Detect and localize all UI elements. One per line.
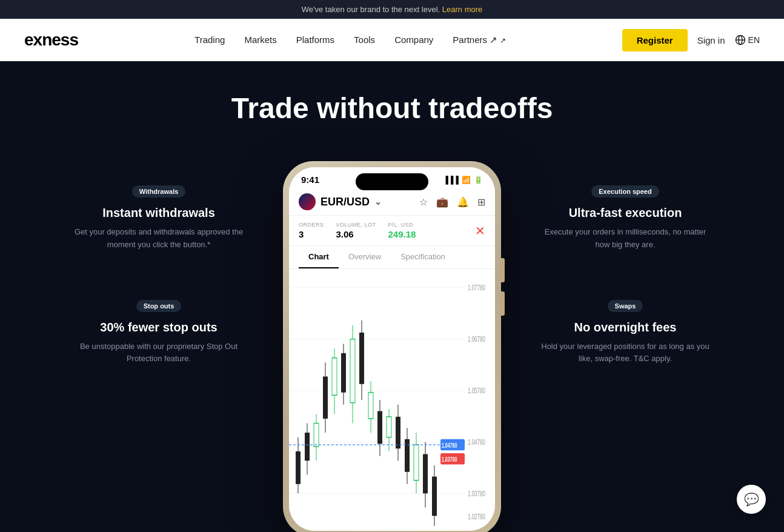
svg-rect-35: [387, 417, 391, 437]
phone-side-btn-bottom: [501, 291, 505, 316]
svg-text:1.04780: 1.04780: [442, 442, 457, 449]
feature-stop-outs: Stop outs 30% fewer stop outs Be unstopp…: [71, 300, 247, 366]
tab-overview[interactable]: Overview: [339, 246, 391, 268]
svg-rect-41: [414, 445, 419, 480]
orders-value: 3: [299, 229, 324, 239]
phone-status-icons: ▐▐▐ 📶 🔋: [443, 176, 483, 184]
battery-icon: 🔋: [474, 176, 483, 184]
swaps-desc: Hold your leveraged positions for as lon…: [537, 341, 713, 366]
close-button[interactable]: ✕: [475, 222, 485, 239]
phone-notch: [356, 173, 428, 190]
candlestick-chart: 1.07780 1.06780 1.05780 1.04780 1.03780 …: [289, 269, 495, 531]
navbar: exness Trading Markets Platforms Tools C…: [0, 19, 784, 61]
swaps-title: No overnight fees: [574, 321, 677, 334]
wifi-icon: 📶: [462, 176, 471, 184]
stopouts-desc: Be unstoppable with our proprietary Stop…: [71, 341, 247, 366]
execution-title: Ultra-fast execution: [569, 206, 682, 220]
svg-rect-45: [432, 477, 437, 516]
svg-rect-17: [305, 433, 310, 461]
svg-text:1.03780: 1.03780: [442, 456, 457, 463]
chart-tabs: Chart Overview Specification: [289, 246, 495, 269]
execution-badge: Execution speed: [591, 185, 659, 198]
nav-platforms[interactable]: Platforms: [296, 35, 334, 45]
swaps-badge: Swaps: [608, 300, 643, 312]
briefcase-icon[interactable]: 💼: [436, 196, 448, 208]
chat-icon: 💬: [744, 492, 759, 507]
currency-caret: ⌄: [374, 197, 382, 207]
nav-company[interactable]: Company: [394, 35, 433, 45]
nav-partners[interactable]: Partners ↗: [453, 35, 505, 45]
hero-title: Trade without tradeoffs: [231, 91, 553, 125]
stopouts-title: 30% fewer stop outs: [100, 321, 217, 334]
currency-label: EUR/USD: [321, 196, 370, 208]
feature-withdrawals: Withdrawals Instant withdrawals Get your…: [71, 185, 247, 251]
withdrawals-desc: Get your deposits and withdrawals approv…: [71, 226, 247, 251]
logo[interactable]: exness: [24, 30, 78, 50]
banner-link[interactable]: Learn more: [442, 5, 482, 14]
svg-rect-19: [314, 424, 319, 447]
nav-links: Trading Markets Platforms Tools Company …: [194, 35, 505, 45]
signin-button[interactable]: Sign in: [697, 35, 725, 45]
execution-desc: Execute your orders in milliseconds, no …: [537, 226, 713, 251]
chat-bubble[interactable]: 💬: [737, 485, 766, 514]
grid-icon[interactable]: ⊞: [477, 196, 485, 208]
tab-chart[interactable]: Chart: [299, 246, 339, 268]
svg-text:1.02780: 1.02780: [468, 513, 485, 521]
nav-markets[interactable]: Markets: [244, 35, 276, 45]
svg-rect-27: [350, 339, 355, 403]
volume-item: VOLUME, LOT 3.06: [336, 222, 376, 239]
withdrawals-title: Instant withdrawals: [102, 206, 215, 220]
svg-text:1.04780: 1.04780: [468, 438, 485, 446]
svg-text:1.03780: 1.03780: [468, 490, 485, 497]
phone-header-icons: ☆ 💼 🔔 ⊞: [419, 196, 485, 208]
banner-text: We've taken our brand to the next level.: [302, 5, 440, 14]
lang-label: EN: [748, 35, 760, 45]
withdrawals-badge: Withdrawals: [132, 185, 186, 198]
volume-value: 3.06: [336, 229, 376, 239]
svg-rect-43: [423, 454, 428, 493]
currency-flag: [299, 193, 316, 210]
chart-area: 1.07780 1.06780 1.05780 1.04780 1.03780 …: [289, 269, 495, 531]
orders-item: ORDERS 3: [299, 222, 324, 239]
nav-tools[interactable]: Tools: [354, 35, 375, 45]
currency-pair: EUR/USD ⌄: [299, 193, 382, 210]
svg-rect-15: [296, 451, 301, 484]
register-button[interactable]: Register: [622, 29, 688, 52]
volume-label: VOLUME, LOT: [336, 222, 376, 228]
svg-rect-39: [405, 439, 410, 472]
pjl-label: P/L, USD: [388, 222, 416, 228]
signal-icon: ▐▐▐: [443, 176, 459, 184]
main-content: Trade without tradeoffs Withdrawals Inst…: [0, 61, 784, 532]
phone-side-btn-top: [501, 258, 505, 282]
bell-icon[interactable]: 🔔: [457, 196, 469, 208]
svg-text:1.07780: 1.07780: [468, 284, 485, 292]
phone-mockup: 9:41 ▐▐▐ 📶 🔋 EUR/USD: [283, 161, 501, 532]
pjl-item: P/L, USD 249.18: [388, 222, 416, 239]
phone-inner: 9:41 ▐▐▐ 📶 🔋 EUR/USD: [289, 167, 495, 531]
svg-text:1.06780: 1.06780: [468, 336, 485, 344]
svg-rect-31: [368, 393, 373, 419]
nav-trading[interactable]: Trading: [194, 35, 225, 45]
phone-time: 9:41: [301, 175, 319, 185]
svg-rect-29: [359, 333, 364, 384]
svg-rect-23: [332, 358, 337, 396]
features-layout: Withdrawals Instant withdrawals Get your…: [0, 161, 784, 532]
top-banner: We've taken our brand to the next level.…: [0, 0, 784, 19]
phone-outer: 9:41 ▐▐▐ 📶 🔋 EUR/USD: [283, 161, 501, 532]
stopouts-badge: Stop outs: [136, 300, 182, 312]
svg-rect-37: [396, 417, 400, 448]
language-button[interactable]: EN: [735, 35, 760, 45]
feature-swaps: Swaps No overnight fees Hold your levera…: [537, 300, 713, 366]
svg-rect-21: [323, 376, 328, 418]
svg-rect-25: [341, 353, 346, 393]
orders-label: ORDERS: [299, 222, 324, 228]
orders-bar: ORDERS 3 VOLUME, LOT 3.06 P/L, USD 249.1…: [289, 216, 495, 246]
nav-right: Register Sign in EN: [622, 29, 760, 52]
globe-icon: [735, 35, 746, 45]
pjl-value: 249.18: [388, 229, 416, 239]
right-features: Execution speed Ultra-fast execution Exe…: [501, 161, 713, 365]
tab-specification[interactable]: Specification: [391, 246, 455, 268]
svg-text:1.05780: 1.05780: [468, 387, 485, 395]
phone-currency-header: EUR/USD ⌄ ☆ 💼 🔔 ⊞: [289, 188, 495, 216]
star-icon[interactable]: ☆: [419, 196, 428, 208]
